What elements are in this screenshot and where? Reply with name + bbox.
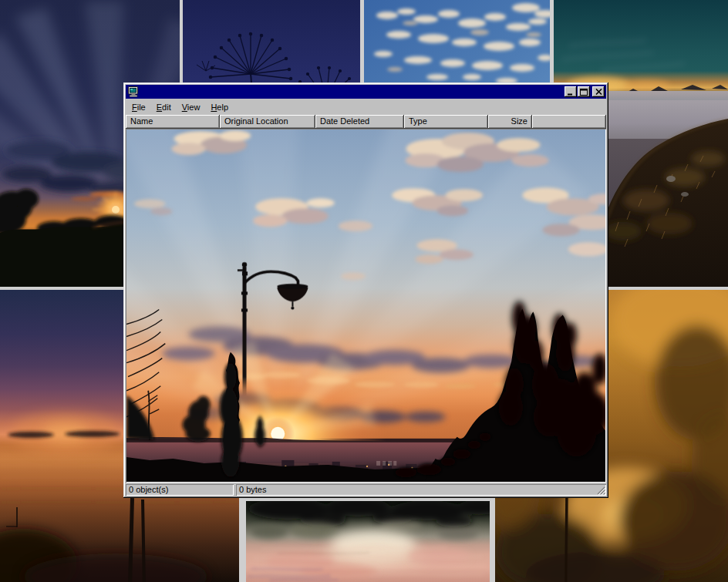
menu-edit[interactable]: Edit xyxy=(151,101,177,113)
wallpaper-photo-water-reflection xyxy=(246,501,490,582)
desktop-wallpaper: File Edit View Help Name Original Locati… xyxy=(0,0,728,582)
column-header-type[interactable]: Type xyxy=(404,115,488,129)
window-titlebar[interactable] xyxy=(126,85,606,99)
column-header-size[interactable]: Size xyxy=(488,115,532,129)
minimize-icon xyxy=(567,89,575,96)
menu-help[interactable]: Help xyxy=(205,101,234,113)
menu-file[interactable]: File xyxy=(126,101,151,113)
menu-bar: File Edit View Help xyxy=(126,99,606,115)
computer-monitor-icon[interactable] xyxy=(127,86,140,98)
status-byte-count: 0 bytes xyxy=(236,484,606,496)
minimize-button[interactable] xyxy=(565,86,577,97)
column-header-date-deleted[interactable]: Date Deleted xyxy=(315,115,404,129)
close-icon xyxy=(595,89,602,95)
recycle-bin-window: File Edit View Help Name Original Locati… xyxy=(123,82,608,498)
sunset-streetlamp-photo xyxy=(126,130,605,482)
maximize-icon xyxy=(580,89,588,96)
status-bar: 0 object(s) 0 bytes xyxy=(126,484,606,496)
list-column-headers: Name Original Location Date Deleted Type… xyxy=(126,115,606,129)
column-header-name[interactable]: Name xyxy=(126,115,220,129)
resize-grip-icon[interactable] xyxy=(596,486,605,495)
close-button[interactable] xyxy=(592,86,605,97)
maximize-button[interactable] xyxy=(578,86,590,97)
column-header-original-location[interactable]: Original Location xyxy=(220,115,315,129)
file-list-area[interactable] xyxy=(126,129,606,483)
column-header-filler xyxy=(532,115,606,129)
menu-view[interactable]: View xyxy=(177,101,206,113)
status-object-count: 0 object(s) xyxy=(126,484,234,496)
